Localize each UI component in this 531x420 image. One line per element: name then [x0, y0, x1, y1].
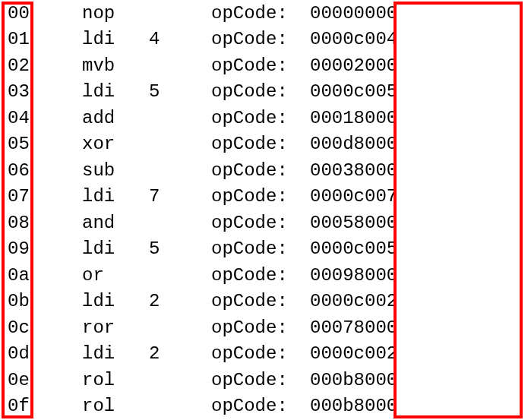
- address-cell: 05: [0, 134, 29, 154]
- table-row: 09ldi5opCode:0000c005: [0, 236, 531, 263]
- address-cell: 0a: [0, 265, 29, 286]
- address-cell: 0b: [0, 291, 29, 311]
- opcode-label-cell: opCode:: [211, 396, 301, 416]
- operand-cell: 5: [120, 238, 211, 259]
- opcode-value-cell: 00078000: [301, 317, 407, 338]
- address-cell: 0d: [0, 343, 29, 364]
- mnemonic-cell: ldi: [29, 81, 120, 102]
- table-row: 0croropCode:00078000: [0, 314, 531, 341]
- opcode-value-cell: 0000c004: [301, 29, 407, 49]
- opcode-value-cell: 00058000: [301, 213, 407, 233]
- opcode-label-cell: opCode:: [211, 160, 301, 181]
- mnemonic-cell: xor: [29, 134, 120, 154]
- opcode-value-cell: 000b8000: [301, 396, 407, 416]
- address-cell: 09: [0, 238, 29, 259]
- mnemonic-cell: rol: [29, 396, 120, 416]
- table-row: 05xoropCode:000d8000: [0, 131, 531, 158]
- opcode-value-cell: 0000c005: [301, 238, 407, 259]
- opcode-label-cell: opCode:: [211, 134, 301, 154]
- address-cell: 03: [0, 81, 29, 102]
- mnemonic-cell: ldi: [29, 291, 120, 311]
- mnemonic-cell: nop: [29, 3, 120, 24]
- mnemonic-cell: ldi: [29, 343, 120, 364]
- opcode-label-cell: opCode:: [211, 213, 301, 233]
- opcode-label-cell: opCode:: [211, 186, 301, 207]
- opcode-value-cell: 00018000: [301, 108, 407, 128]
- opcode-label-cell: opCode:: [211, 29, 301, 49]
- opcode-label-cell: opCode:: [211, 108, 301, 128]
- mnemonic-cell: ror: [29, 317, 120, 338]
- table-row: 0erolopCode:000b8000: [0, 367, 531, 393]
- opcode-value-cell: 00038000: [301, 160, 407, 181]
- table-row: 04addopCode:00018000: [0, 105, 531, 131]
- opcode-value-cell: 00002000: [301, 55, 407, 76]
- table-row: 0dldi2opCode:0000c002: [0, 341, 531, 368]
- opcode-value-cell: 0000c005: [301, 81, 407, 102]
- opcode-label-cell: opCode:: [211, 370, 301, 390]
- opcode-label-cell: opCode:: [211, 317, 301, 338]
- mnemonic-cell: ldi: [29, 186, 120, 207]
- opcode-value-cell: 00000000: [301, 3, 407, 24]
- table-row: 06subopCode:00038000: [0, 157, 531, 184]
- table-row: 0aoropCode:00098000: [0, 262, 531, 289]
- operand-cell: 5: [120, 81, 211, 102]
- opcode-label-cell: opCode:: [211, 3, 301, 24]
- mnemonic-cell: ldi: [29, 238, 120, 259]
- address-cell: 0c: [0, 317, 29, 338]
- mnemonic-cell: add: [29, 108, 120, 128]
- opcode-value-cell: 00098000: [301, 265, 407, 286]
- mnemonic-cell: sub: [29, 160, 120, 181]
- table-row: 0bldi2opCode:0000c002: [0, 289, 531, 315]
- opcode-label-cell: opCode:: [211, 238, 301, 259]
- address-cell: 08: [0, 213, 29, 233]
- operand-cell: 4: [120, 29, 211, 49]
- table-row: 07ldi7opCode:0000c007: [0, 184, 531, 210]
- opcode-label-cell: opCode:: [211, 343, 301, 364]
- address-cell: 0e: [0, 370, 29, 390]
- address-cell: 07: [0, 186, 29, 207]
- opcode-label-cell: opCode:: [211, 81, 301, 102]
- address-cell: 00: [0, 3, 29, 24]
- mnemonic-cell: rol: [29, 370, 120, 390]
- table-row: 08andopCode:00058000: [0, 210, 531, 236]
- operand-cell: 2: [120, 291, 211, 311]
- opcode-value-cell: 000d8000: [301, 134, 407, 154]
- address-cell: 0f: [0, 396, 29, 416]
- address-cell: 01: [0, 29, 29, 49]
- mnemonic-cell: ldi: [29, 29, 120, 49]
- opcode-value-cell: 0000c007: [301, 186, 407, 207]
- address-cell: 04: [0, 108, 29, 128]
- table-row: 00nopopCode:00000000: [0, 0, 531, 27]
- table-row: 03ldi5opCode:0000c005: [0, 79, 531, 106]
- table-row: 01ldi4opCode:0000c004: [0, 27, 531, 53]
- opcode-value-cell: 000b8000: [301, 370, 407, 390]
- table-row: 0frolopCode:000b8000: [0, 393, 531, 420]
- address-cell: 06: [0, 160, 29, 181]
- table-row: 02mvbopCode:00002000: [0, 52, 531, 79]
- mnemonic-cell: mvb: [29, 55, 120, 76]
- assembly-listing-container: 00nopopCode:0000000001ldi4opCode:0000c00…: [0, 0, 531, 420]
- opcode-label-cell: opCode:: [211, 265, 301, 286]
- operand-cell: 2: [120, 343, 211, 364]
- mnemonic-cell: or: [29, 265, 120, 286]
- opcode-value-cell: 0000c002: [301, 343, 407, 364]
- address-cell: 02: [0, 55, 29, 76]
- opcode-label-cell: opCode:: [211, 55, 301, 76]
- opcode-value-cell: 0000c002: [301, 291, 407, 311]
- mnemonic-cell: and: [29, 213, 120, 233]
- operand-cell: 7: [120, 186, 211, 207]
- opcode-label-cell: opCode:: [211, 291, 301, 311]
